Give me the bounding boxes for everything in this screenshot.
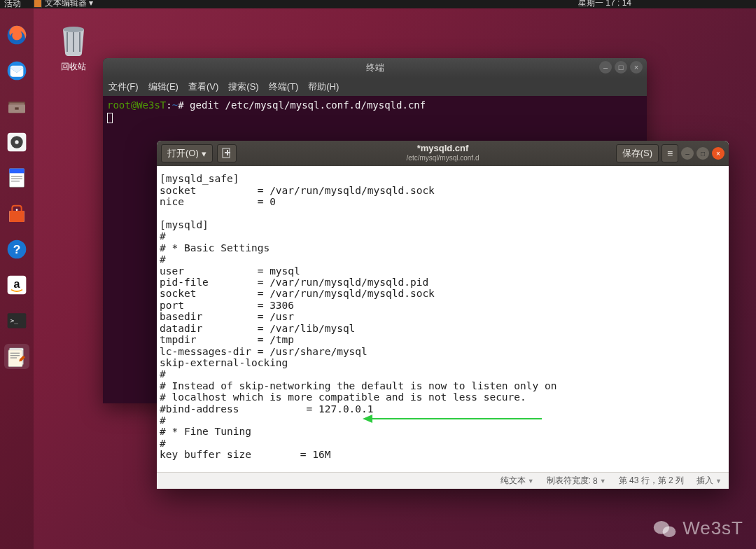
hamburger-icon: ≡: [667, 148, 673, 159]
svg-point-35: [663, 526, 676, 536]
terminal-maximize-button[interactable]: □: [615, 61, 627, 74]
prompt-path: ~: [172, 99, 178, 111]
svg-rect-25: [10, 353, 20, 354]
dock-thunderbird[interactable]: [4, 58, 29, 83]
gedit-text-area[interactable]: [mysqld_safe] socket = /var/run/mysqld/m…: [157, 166, 729, 472]
dock-gedit[interactable]: [4, 344, 29, 369]
hamburger-menu-button[interactable]: ≡: [662, 144, 678, 162]
status-tab-width-selector[interactable]: 制表符宽度: 8 ▼: [547, 475, 606, 487]
svg-point-8: [15, 140, 18, 144]
new-tab-icon: [221, 148, 232, 159]
dock-software-center[interactable]: [4, 201, 29, 226]
top-panel: 活动 文本编辑器 ▾ 星期一 17 : 14: [0, 0, 756, 8]
dock: ? a >_: [0, 8, 34, 549]
status-syntax-selector[interactable]: 纯文本 ▼: [500, 475, 534, 487]
svg-rect-5: [15, 107, 18, 109]
svg-point-28: [63, 27, 84, 32]
terminal-body[interactable]: root@We3sT:~# gedit /etc/mysql/mysql.con…: [103, 96, 647, 127]
terminal-command: gedit /etc/mysql/mysql.conf.d/mysqld.cnf: [190, 99, 426, 111]
dock-libreoffice-writer[interactable]: [4, 165, 29, 190]
terminal-titlebar[interactable]: 终端 – □ ×: [103, 58, 647, 78]
chevron-down-icon: ▼: [528, 478, 534, 485]
terminal-cursor: [107, 113, 113, 123]
chevron-down-icon: ▾: [202, 148, 206, 159]
dock-files[interactable]: [4, 94, 29, 119]
gedit-maximize-button[interactable]: □: [696, 147, 709, 160]
terminal-close-button[interactable]: ×: [630, 61, 643, 74]
gedit-window: 打开(O) ▾ *mysqld.cnf /etc/mysql/mysql.con…: [157, 141, 729, 489]
svg-rect-27: [10, 357, 17, 358]
dock-help[interactable]: ?: [4, 237, 29, 262]
save-button-label: 保存(S): [622, 147, 652, 160]
gedit-close-button[interactable]: ×: [712, 147, 724, 160]
svg-rect-12: [11, 179, 22, 179]
top-app-label: 文本编辑器 ▾: [45, 0, 93, 9]
file-name: *mysqld.cnf: [407, 144, 479, 153]
svg-rect-10: [9, 169, 24, 174]
menu-view[interactable]: 查看(V): [188, 81, 218, 93]
terminal-minimize-button[interactable]: –: [599, 61, 612, 74]
svg-rect-26: [10, 355, 20, 356]
prompt-user: root@We3sT: [107, 99, 166, 111]
save-button[interactable]: 保存(S): [616, 144, 659, 162]
new-document-button[interactable]: [217, 144, 237, 162]
chevron-down-icon: ▼: [600, 478, 606, 485]
dock-firefox[interactable]: [4, 22, 29, 48]
svg-rect-13: [11, 181, 20, 181]
top-clock[interactable]: 星期一 17 : 14: [578, 0, 631, 9]
svg-point-16: [16, 209, 18, 211]
top-app-menu[interactable]: 文本编辑器 ▾: [34, 0, 93, 9]
file-path: /etc/mysql/mysql.conf.d: [407, 153, 479, 163]
open-button-label: 打开(O): [167, 147, 199, 160]
open-button[interactable]: 打开(O) ▾: [161, 144, 213, 162]
svg-rect-24: [8, 350, 22, 367]
svg-text:>_: >_: [10, 317, 19, 324]
desktop-trash[interactable]: 回收站: [59, 22, 88, 73]
watermark: We3sT: [653, 517, 743, 539]
terminal-menubar: 文件(F) 编辑(E) 查看(V) 搜索(S) 终端(T) 帮助(H): [103, 78, 647, 96]
svg-rect-11: [11, 176, 22, 176]
trash-icon: [59, 22, 88, 56]
watermark-text: We3sT: [682, 517, 743, 539]
svg-rect-31: [227, 150, 228, 155]
trash-label: 回收站: [59, 61, 88, 73]
status-cursor-position: 第 43 行，第 2 列: [619, 475, 684, 487]
terminal-title: 终端: [366, 62, 384, 74]
gedit-statusbar: 纯文本 ▼ 制表符宽度: 8 ▼ 第 43 行，第 2 列 插入 ▼: [157, 472, 729, 489]
gedit-minimize-button[interactable]: –: [681, 147, 694, 160]
status-insert-mode[interactable]: 插入 ▼: [696, 475, 722, 487]
menu-edit[interactable]: 编辑(E): [148, 81, 178, 93]
chevron-down-icon: ▼: [715, 478, 722, 485]
svg-rect-15: [9, 211, 24, 222]
menu-search[interactable]: 搜索(S): [228, 81, 258, 93]
menu-help[interactable]: 帮助(H): [308, 81, 339, 93]
dock-terminal[interactable]: >_: [4, 308, 29, 333]
gedit-title: *mysqld.cnf /etc/mysql/mysql.conf.d: [407, 144, 479, 163]
dock-amazon[interactable]: a: [4, 272, 29, 298]
menu-terminal[interactable]: 终端(T): [269, 81, 299, 93]
menu-file[interactable]: 文件(F): [108, 81, 139, 93]
svg-text:a: a: [14, 278, 20, 290]
gedit-headerbar[interactable]: 打开(O) ▾ *mysqld.cnf /etc/mysql/mysql.con…: [157, 141, 729, 166]
svg-rect-3: [9, 103, 24, 105]
svg-text:?: ?: [13, 242, 21, 256]
dock-rhythmbox[interactable]: [4, 130, 29, 155]
text-editor-icon: [34, 0, 42, 8]
wechat-icon: [653, 519, 677, 538]
